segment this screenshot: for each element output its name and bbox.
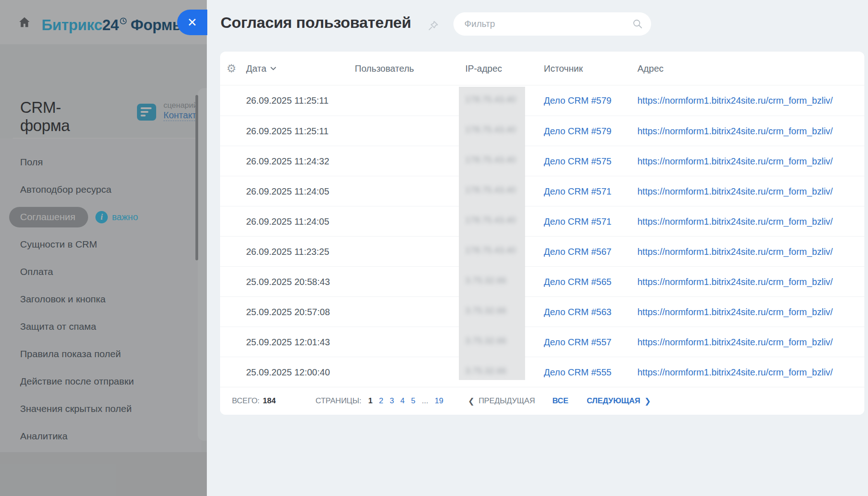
total-label: ВСЕГО: (232, 396, 260, 406)
consent-date: 26.09.2025 11:24:05 (246, 186, 329, 196)
close-panel-button[interactable]: ✕ (177, 10, 207, 35)
source-link[interactable]: Дело CRM #571 (544, 186, 611, 196)
pages-label: СТРАНИЦЫ: (316, 396, 361, 406)
column-header-user[interactable]: Пользователь (355, 63, 414, 74)
prev-page-label: ПРЕДЫДУЩАЯ (479, 396, 535, 406)
ip-blurred-value: 3.75.32.66 (465, 306, 506, 316)
address-link[interactable]: https://normform1.bitrix24site.ru/crm_fo… (637, 156, 833, 166)
dim-overlay (0, 0, 207, 496)
table-row: 25.09.2025 20:58:43Дело CRM #565https://… (220, 266, 864, 296)
filter-input[interactable] (453, 12, 651, 36)
source-link[interactable]: Дело CRM #563 (544, 306, 611, 317)
ip-blurred-value: 3.75.32.66 (465, 366, 506, 376)
consents-panel: Согласия пользователей ⚙ Дата Пользовате… (207, 0, 868, 496)
table-row: 26.09.2025 11:23:25Дело CRM #567https://… (220, 236, 864, 266)
table-header: ⚙ Дата Пользователь IP-адрес Источник Ад… (220, 52, 864, 85)
address-link[interactable]: https://normform1.bitrix24site.ru/crm_fo… (637, 95, 833, 106)
grid-settings-icon[interactable]: ⚙ (226, 63, 237, 74)
ip-blurred-value: 178.75.43.40 (465, 245, 516, 255)
consent-date: 26.09.2025 11:24:05 (246, 216, 329, 227)
page-title: Согласия пользователей (221, 14, 411, 32)
next-page-button[interactable]: СЛЕДУЮЩАЯ ❯ (587, 396, 651, 406)
table-footer: ВСЕГО: 184 СТРАНИЦЫ: 12345...19 ❮ ПРЕДЫД… (220, 387, 864, 415)
ip-blurred-value: 178.75.43.40 (465, 125, 516, 135)
address-link[interactable]: https://normform1.bitrix24site.ru/crm_fo… (637, 276, 833, 287)
source-link[interactable]: Дело CRM #571 (544, 216, 611, 227)
address-link[interactable]: https://normform1.bitrix24site.ru/crm_fo… (637, 186, 833, 196)
consent-date: 25.09.2025 12:00:40 (246, 367, 330, 377)
pin-icon[interactable] (427, 19, 440, 32)
total-value: 184 (263, 396, 276, 406)
close-icon: ✕ (187, 16, 197, 28)
page-ellipsis: ... (422, 396, 428, 406)
ip-blurred-value: 178.75.43.40 (465, 95, 516, 105)
address-link[interactable]: https://normform1.bitrix24site.ru/crm_fo… (637, 367, 833, 377)
column-header-date[interactable]: Дата (246, 63, 276, 74)
address-link[interactable]: https://normform1.bitrix24site.ru/crm_fo… (637, 246, 833, 257)
consents-table: ⚙ Дата Пользователь IP-адрес Источник Ад… (220, 52, 864, 415)
table-row: 25.09.2025 20:57:08Дело CRM #563https://… (220, 296, 864, 327)
page-number[interactable]: 5 (411, 396, 415, 406)
address-link[interactable]: https://normform1.bitrix24site.ru/crm_fo… (637, 337, 833, 347)
column-header-ip[interactable]: IP-адрес (465, 63, 502, 74)
pagination: 12345...19 (368, 396, 443, 406)
consent-date: 26.09.2025 11:25:11 (246, 95, 329, 106)
sort-chevron-icon (270, 66, 276, 70)
page-number[interactable]: 2 (379, 396, 383, 406)
address-link[interactable]: https://normform1.bitrix24site.ru/crm_fo… (637, 306, 833, 317)
ip-blurred-value: 178.75.43.40 (465, 185, 516, 195)
column-header-address[interactable]: Адрес (637, 63, 663, 74)
consent-date: 25.09.2025 20:58:43 (246, 276, 330, 287)
consent-date: 26.09.2025 11:25:11 (246, 126, 329, 136)
ip-blurred-value: 3.75.32.66 (465, 275, 506, 285)
consent-date: 26.09.2025 11:24:32 (246, 156, 329, 166)
page-number[interactable]: 4 (400, 396, 405, 406)
consent-date: 25.09.2025 12:01:43 (246, 337, 330, 347)
ip-blurred-value: 178.75.43.40 (465, 155, 516, 165)
search-icon (632, 18, 643, 29)
consent-date: 26.09.2025 11:23:25 (246, 246, 329, 257)
page-number[interactable]: 19 (435, 396, 443, 406)
source-link[interactable]: Дело CRM #565 (544, 276, 611, 287)
next-page-label: СЛЕДУЮЩАЯ (587, 396, 640, 406)
page-number-current: 1 (368, 396, 372, 406)
table-body: 26.09.2025 11:25:11Дело CRM #579https://… (220, 85, 864, 387)
page-number[interactable]: 3 (389, 396, 394, 406)
ip-blurred-value: 3.75.32.66 (465, 336, 506, 346)
panel-header: Согласия пользователей (207, 0, 868, 52)
table-row: 26.09.2025 11:25:11Дело CRM #579https://… (220, 116, 864, 146)
address-link[interactable]: https://normform1.bitrix24site.ru/crm_fo… (637, 216, 833, 227)
source-link[interactable]: Дело CRM #579 (544, 95, 611, 106)
table-row: 26.09.2025 11:24:05Дело CRM #571https://… (220, 176, 864, 206)
ip-masked-column: 178.75.43.40178.75.43.40178.75.43.40178.… (459, 87, 525, 380)
table-row: 26.09.2025 11:24:05Дело CRM #571https://… (220, 206, 864, 236)
form-editor-background: Битрикс24Формы CRM-форма сценарий Контак… (0, 0, 207, 496)
ip-blurred-value: 178.75.43.40 (465, 215, 516, 225)
chevron-left-icon: ❮ (468, 396, 474, 406)
column-header-date-label: Дата (246, 63, 266, 74)
source-link[interactable]: Дело CRM #555 (544, 367, 611, 377)
source-link[interactable]: Дело CRM #575 (544, 156, 611, 166)
source-link[interactable]: Дело CRM #557 (544, 337, 611, 347)
table-row: 26.09.2025 11:24:32Дело CRM #575https://… (220, 146, 864, 176)
address-link[interactable]: https://normform1.bitrix24site.ru/crm_fo… (637, 126, 833, 136)
source-link[interactable]: Дело CRM #579 (544, 126, 611, 136)
table-row: 26.09.2025 11:25:11Дело CRM #579https://… (220, 85, 864, 116)
chevron-right-icon: ❯ (644, 396, 651, 406)
consent-date: 25.09.2025 20:57:08 (246, 306, 330, 317)
prev-page-button[interactable]: ❮ ПРЕДЫДУЩАЯ (468, 396, 535, 406)
table-row: 25.09.2025 12:00:40Дело CRM #555https://… (220, 357, 864, 387)
show-all-button[interactable]: ВСЕ (552, 396, 568, 406)
column-header-source[interactable]: Источник (544, 63, 583, 74)
table-row: 25.09.2025 12:01:43Дело CRM #557https://… (220, 327, 864, 357)
source-link[interactable]: Дело CRM #567 (544, 246, 611, 257)
